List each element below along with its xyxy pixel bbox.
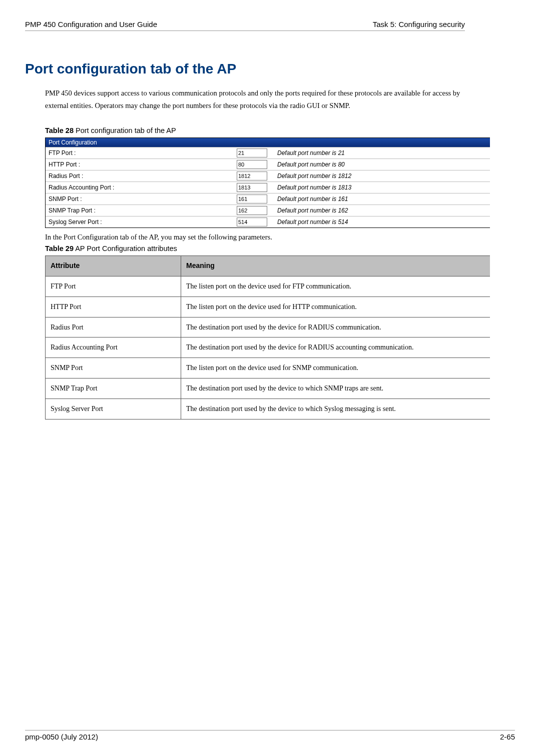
port-label: Radius Accounting Port : — [46, 183, 237, 192]
port-row: Syslog Server Port : Default port number… — [46, 216, 490, 228]
port-row: Radius Accounting Port : Default port nu… — [46, 182, 490, 193]
snmp-port-input[interactable] — [237, 194, 267, 204]
meaning-cell: The destination port used by the device … — [181, 398, 490, 419]
attr-cell: Syslog Server Port — [46, 398, 181, 419]
port-row: SNMP Trap Port : Default port number is … — [46, 204, 490, 216]
radius-accounting-port-input[interactable] — [237, 183, 267, 192]
meaning-cell: The listen port on the device used for H… — [181, 296, 490, 317]
table-row: Radius Port The destination port used by… — [46, 317, 490, 338]
syslog-port-input[interactable] — [237, 218, 267, 226]
table29-label: Table 29 AP Port Configuration attribute… — [45, 244, 465, 252]
table-row: HTTP Port The listen port on the device … — [46, 296, 490, 317]
http-port-input[interactable] — [237, 160, 267, 169]
port-row: HTTP Port : Default port number is 80 — [46, 158, 490, 170]
port-hint: Default port number is 80 — [267, 161, 345, 168]
port-hint: Default port number is 514 — [267, 218, 348, 226]
port-label: FTP Port : — [46, 148, 237, 158]
table-row: SNMP Port The listen port on the device … — [46, 358, 490, 378]
meaning-cell: The destination port used by the device … — [181, 338, 490, 358]
attr-cell: SNMP Trap Port — [46, 378, 181, 399]
table28-label-bold: Table 28 — [45, 126, 74, 134]
meaning-cell: The destination port used by the device … — [181, 378, 490, 399]
port-hint: Default port number is 162 — [267, 207, 348, 214]
port-row: Radius Port : Default port number is 181… — [46, 170, 490, 182]
port-config-panel: Port Configuration − FTP Port : Default … — [45, 138, 490, 228]
table-row: FTP Port The listen port on the device u… — [46, 276, 490, 297]
port-hint: Default port number is 1813 — [267, 184, 351, 191]
port-label: SNMP Trap Port : — [46, 206, 237, 215]
radius-port-input[interactable] — [237, 172, 267, 180]
snmp-trap-port-input[interactable] — [237, 206, 267, 215]
attr-cell: FTP Port — [46, 276, 181, 297]
table-header-row: Attribute Meaning — [46, 256, 490, 276]
port-hint: Default port number is 161 — [267, 196, 348, 202]
table28-label-rest: Port configuration tab of the AP — [74, 126, 176, 134]
port-config-panel-header: Port Configuration − — [46, 138, 490, 147]
port-row: SNMP Port : Default port number is 161 — [46, 193, 490, 204]
subtext-paragraph: In the Port Configuration tab of the AP,… — [45, 233, 465, 242]
attr-cell: SNMP Port — [46, 358, 181, 378]
header-attribute: Attribute — [46, 256, 181, 276]
intro-paragraph: PMP 450 devices support access to variou… — [45, 87, 465, 112]
port-label: Radius Port : — [46, 172, 237, 180]
port-label: SNMP Port : — [46, 194, 237, 204]
table-row: Syslog Server Port The destination port … — [46, 398, 490, 419]
attr-cell: Radius Accounting Port — [46, 338, 181, 358]
port-hint: Default port number is 1812 — [267, 172, 351, 180]
table-row: Radius Accounting Port The destination p… — [46, 338, 490, 358]
page-title: Port configuration tab of the AP — [25, 61, 465, 77]
table29-label-rest: AP Port Configuration attributes — [74, 244, 177, 252]
port-label: Syslog Server Port : — [46, 218, 237, 226]
header-right: Task 5: Configuring security — [373, 20, 465, 28]
header-meaning: Meaning — [181, 256, 490, 276]
table-row: SNMP Trap Port The destination port used… — [46, 378, 490, 399]
page-header: PMP 450 Configuration and User Guide Tas… — [25, 20, 465, 31]
ftp-port-input[interactable] — [237, 148, 267, 158]
port-row: FTP Port : Default port number is 21 — [46, 147, 490, 158]
header-left: PMP 450 Configuration and User Guide — [25, 20, 157, 28]
meaning-cell: The destination port used by the device … — [181, 317, 490, 338]
meaning-cell: The listen port on the device used for S… — [181, 358, 490, 378]
meaning-cell: The listen port on the device used for F… — [181, 276, 490, 297]
attr-cell: HTTP Port — [46, 296, 181, 317]
table28-label: Table 28 Port configuration tab of the A… — [45, 126, 465, 134]
table29-label-bold: Table 29 — [45, 244, 74, 252]
port-hint: Default port number is 21 — [267, 150, 345, 156]
attributes-table: Attribute Meaning FTP Port The listen po… — [45, 256, 490, 419]
port-config-panel-title: Port Configuration — [49, 139, 97, 146]
port-label: HTTP Port : — [46, 160, 237, 169]
attr-cell: Radius Port — [46, 317, 181, 338]
